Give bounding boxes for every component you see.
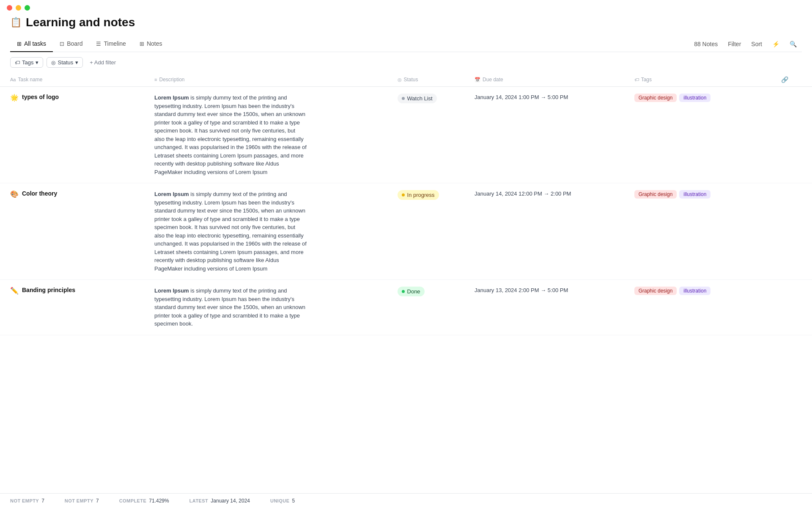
status-badge: Done xyxy=(398,287,425,296)
task-name-cell[interactable]: 🌟 types of logo xyxy=(0,87,149,183)
task-due-date-cell: January 13, 2024 2:00 PM → 5:00 PM xyxy=(469,280,629,335)
task-link-cell xyxy=(771,280,812,335)
task-name-cell[interactable]: 🎨 Color theory xyxy=(0,183,149,280)
task-emoji: ✏️ xyxy=(10,287,19,295)
table-header-row: Aa Task name ≡ Description ◎ Status xyxy=(0,73,812,87)
status-icon: ◎ xyxy=(51,60,55,66)
timeline-icon: ☰ xyxy=(96,41,101,47)
task-status-cell[interactable]: Done xyxy=(392,280,470,335)
add-filter-button[interactable]: + Add filter xyxy=(86,58,119,67)
table-row[interactable]: ✏️ Banding principles Lorem Ipsum is sim… xyxy=(0,280,812,335)
search-button[interactable]: 🔍 xyxy=(788,39,798,49)
desc-bold: Lorem Ipsum xyxy=(154,287,189,294)
tag-badge[interactable]: Graphic design xyxy=(634,94,677,102)
task-name-cell[interactable]: ✏️ Banding principles xyxy=(0,280,149,335)
status-dot xyxy=(402,193,405,196)
tab-board[interactable]: ⊡ Board xyxy=(53,36,89,52)
tab-notes[interactable]: ⊞ Notes xyxy=(133,36,169,52)
tag-badge[interactable]: Graphic design xyxy=(634,287,677,295)
col-tags: 🏷 Tags xyxy=(629,73,771,87)
col-desc-icon: ≡ xyxy=(154,77,157,82)
all-tasks-icon: ⊞ xyxy=(17,41,22,47)
task-status-cell[interactable]: Watch List xyxy=(392,87,470,183)
col-task-name: Aa Task name xyxy=(0,73,149,87)
task-tags-cell: Graphic designillustration xyxy=(629,87,771,183)
tag-badge[interactable]: illustration xyxy=(679,94,710,102)
chevron-down-icon: ▾ xyxy=(75,59,78,66)
tags-filter[interactable]: 🏷 Tags ▾ xyxy=(10,57,43,68)
task-desc-cell: Lorem Ipsum is simply dummy text of the … xyxy=(149,183,392,280)
status-dot xyxy=(402,290,405,293)
tabs-left: ⊞ All tasks ⊡ Board ☰ Timeline ⊞ Notes xyxy=(10,36,169,52)
task-emoji: 🎨 xyxy=(10,190,19,198)
task-table-body: 🌟 types of logo Lorem Ipsum is simply du… xyxy=(0,87,812,335)
col-task-name-icon: Aa xyxy=(10,77,16,82)
task-table: Aa Task name ≡ Description ◎ Status xyxy=(0,73,812,335)
col-description: ≡ Description xyxy=(149,73,392,87)
window-chrome xyxy=(0,0,812,14)
col-status-icon: ◎ xyxy=(398,77,402,83)
tab-timeline[interactable]: ☰ Timeline xyxy=(89,36,132,52)
tag-badge[interactable]: illustration xyxy=(679,190,710,199)
task-name-text: Banding principles xyxy=(22,287,75,293)
task-link-cell xyxy=(771,87,812,183)
tabs-right: 88 Notes Filter Sort ⚡ 🔍 xyxy=(692,39,802,49)
close-button[interactable] xyxy=(7,5,12,11)
table-row[interactable]: 🎨 Color theory Lorem Ipsum is simply dum… xyxy=(0,183,812,280)
status-badge: Watch List xyxy=(398,94,437,103)
task-due-date-cell: January 14, 2024 1:00 PM → 5:00 PM xyxy=(469,87,629,183)
sort-button[interactable]: Sort xyxy=(749,39,764,49)
status-badge: In progress xyxy=(398,190,439,200)
task-name-text: types of logo xyxy=(22,94,59,100)
task-link-cell xyxy=(771,183,812,280)
task-tags-cell: Graphic designillustration xyxy=(629,183,771,280)
tab-all-tasks[interactable]: ⊞ All tasks xyxy=(10,36,53,52)
task-emoji: 🌟 xyxy=(10,94,19,102)
due-date-text: January 13, 2024 2:00 PM → 5:00 PM xyxy=(475,287,568,293)
link-icon: 🔗 xyxy=(776,73,793,86)
due-date-text: January 14, 2024 1:00 PM → 5:00 PM xyxy=(475,94,568,100)
status-label: In progress xyxy=(407,192,435,198)
status-label: Done xyxy=(407,288,420,295)
task-table-container: Aa Task name ≡ Description ◎ Status xyxy=(0,73,812,335)
task-due-date-cell: January 14, 2024 12:00 PM → 2:00 PM xyxy=(469,183,629,280)
notes-count-badge: 88 Notes xyxy=(692,39,719,49)
status-dot xyxy=(402,97,405,100)
status-label: Watch List xyxy=(407,95,433,102)
page-title-row: 📋 Learning and notes xyxy=(10,16,802,36)
task-desc-cell: Lorem Ipsum is simply dummy text of the … xyxy=(149,280,392,335)
tag-badge[interactable]: illustration xyxy=(679,287,710,295)
tab-bar: ⊞ All tasks ⊡ Board ☰ Timeline ⊞ Notes 8… xyxy=(10,36,802,52)
table-row[interactable]: 🌟 types of logo Lorem Ipsum is simply du… xyxy=(0,87,812,183)
filter-button[interactable]: Filter xyxy=(726,39,743,49)
board-icon: ⊡ xyxy=(60,41,64,47)
filters-row: 🏷 Tags ▾ ◎ Status ▾ + Add filter xyxy=(0,52,812,73)
minimize-button[interactable] xyxy=(16,5,21,11)
col-due-icon: 📅 xyxy=(475,77,480,83)
due-date-text: January 14, 2024 12:00 PM → 2:00 PM xyxy=(475,190,571,197)
page-title: Learning and notes xyxy=(26,16,135,29)
status-filter[interactable]: ◎ Status ▾ xyxy=(47,57,83,68)
chevron-down-icon: ▾ xyxy=(36,59,38,66)
task-name-text: Color theory xyxy=(22,190,57,197)
lightning-button[interactable]: ⚡ xyxy=(771,39,781,49)
col-status: ◎ Status xyxy=(392,73,470,87)
desc-bold: Lorem Ipsum xyxy=(154,94,189,101)
page-header: 📋 Learning and notes ⊞ All tasks ⊡ Board… xyxy=(0,14,812,52)
desc-bold: Lorem Ipsum xyxy=(154,191,189,197)
task-desc-cell: Lorem Ipsum is simply dummy text of the … xyxy=(149,87,392,183)
col-tags-icon: 🏷 xyxy=(634,77,639,82)
col-due-date: 📅 Due date xyxy=(469,73,629,87)
tag-icon: 🏷 xyxy=(15,60,20,66)
task-tags-cell: Graphic designillustration xyxy=(629,280,771,335)
tag-badge[interactable]: Graphic design xyxy=(634,190,677,199)
notes-tab-icon: ⊞ xyxy=(140,41,144,47)
task-status-cell[interactable]: In progress xyxy=(392,183,470,280)
page-icon: 📋 xyxy=(10,17,22,28)
col-link: 🔗 xyxy=(771,73,812,87)
maximize-button[interactable] xyxy=(25,5,30,11)
